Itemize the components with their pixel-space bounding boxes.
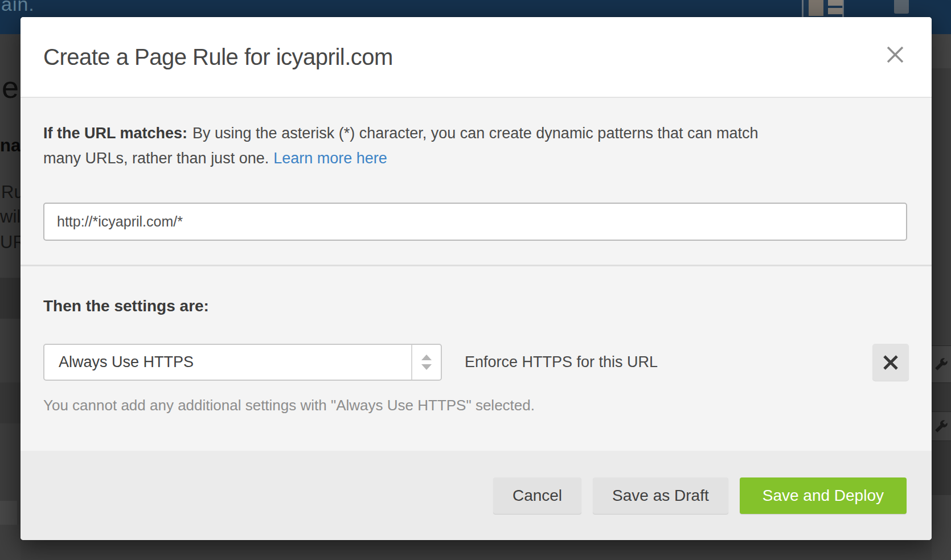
background-band xyxy=(932,441,951,495)
modal-body: If the URL matches:By using the asterisk… xyxy=(21,98,932,451)
background-band xyxy=(0,278,21,319)
background-text-fragment: Ru xyxy=(1,182,21,203)
remove-setting-button[interactable] xyxy=(872,344,909,381)
partial-toolbar-icon xyxy=(894,0,909,14)
learn-more-link[interactable]: Learn more here xyxy=(273,150,387,167)
background-text-fragment: e xyxy=(2,69,19,105)
select-stepper[interactable] xyxy=(411,345,441,380)
layout-icon-box xyxy=(809,0,823,16)
layout-icon-bar xyxy=(828,8,843,14)
settings-label: Then the settings are: xyxy=(43,297,909,315)
setting-description: Enforce HTTPS for this URL xyxy=(465,353,658,371)
modal-footer: Cancel Save as Draft Save and Deploy xyxy=(21,451,932,540)
background-text-fragment: ain. xyxy=(1,0,35,15)
url-match-text-line1: By using the asterisk (*) character, you… xyxy=(192,125,758,142)
url-match-label: If the URL matches: xyxy=(43,125,187,142)
background-band xyxy=(932,495,951,560)
layout-icon-bar xyxy=(828,0,843,6)
url-match-text-line2: many URLs, rather than just one.Learn mo… xyxy=(43,146,909,171)
setting-select[interactable]: Always Use HTTPS xyxy=(43,344,442,381)
modal-header: Create a Page Rule for icyapril.com xyxy=(21,17,932,98)
save-and-deploy-button[interactable]: Save and Deploy xyxy=(740,477,907,514)
cancel-button[interactable]: Cancel xyxy=(493,477,581,514)
background-action-cell xyxy=(932,411,951,441)
wrench-icon xyxy=(934,419,949,434)
section-divider xyxy=(21,265,932,266)
modal-title: Create a Page Rule for icyapril.com xyxy=(43,44,393,70)
remove-x-icon xyxy=(882,354,899,371)
background-text-fragment: UR xyxy=(0,232,21,253)
background-text-fragment: nav xyxy=(0,135,21,156)
url-pattern-input[interactable] xyxy=(43,203,907,241)
background-band xyxy=(0,501,17,525)
setting-restriction-note: You cannot add any additional settings w… xyxy=(43,397,909,414)
url-match-description: If the URL matches:By using the asterisk… xyxy=(43,121,909,171)
background-action-cell xyxy=(932,345,951,383)
background-right-strip xyxy=(932,34,951,560)
create-page-rule-modal: Create a Page Rule for icyapril.com If t… xyxy=(21,17,932,540)
background-band xyxy=(0,382,21,423)
background-text-fragment: will xyxy=(0,207,21,227)
close-icon xyxy=(884,44,906,65)
background-band xyxy=(0,525,21,560)
chevron-up-icon xyxy=(421,355,432,360)
setting-row: Always Use HTTPS Enforce HTTPS for this … xyxy=(43,344,909,381)
background-band xyxy=(932,34,951,68)
wrench-icon xyxy=(934,357,949,372)
save-as-draft-button[interactable]: Save as Draft xyxy=(593,477,728,514)
setting-select-value: Always Use HTTPS xyxy=(44,353,194,371)
chevron-down-icon xyxy=(421,364,432,370)
background-left-strip: e nav Ru will UR xyxy=(0,34,21,560)
close-button[interactable] xyxy=(882,41,909,68)
